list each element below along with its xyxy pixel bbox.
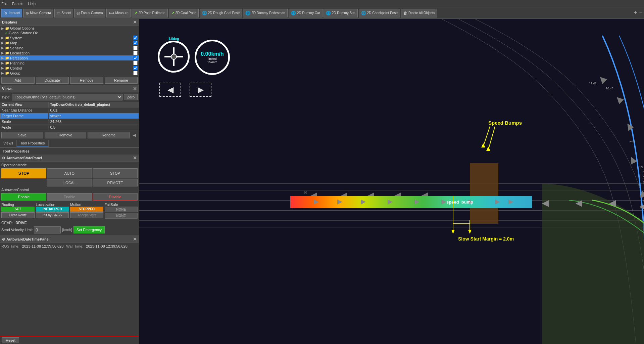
dummy-car-icon: 🌐 [291, 11, 296, 15]
svg-text:20: 20 [304, 191, 307, 194]
localization-checkbox[interactable] [133, 51, 138, 55]
autoware-state-header: ⊙ AutowareStatePanel ✕ [0, 155, 139, 162]
interact-icon: 🖱 [4, 11, 8, 15]
datetime-panel: ⊙ AutowareDateTimePanel ✕ ROS Time: 2023… [0, 236, 139, 250]
measure-button[interactable]: ⟺ Measure [106, 9, 131, 17]
velocity-row: Send Velocity Limit [km/h] Set Emergency [1, 225, 138, 234]
remote-button[interactable]: REMOTE [93, 179, 138, 186]
focus-camera-icon: ◎ [77, 11, 80, 15]
stop2-button[interactable]: STOP [93, 168, 138, 178]
control-checkbox[interactable] [133, 66, 138, 70]
svg-text:Speed Bumps: Speed Bumps [488, 120, 522, 126]
canvas-area[interactable]: speed_bump Slow Start Margin = 2.0m Spee… [139, 19, 644, 344]
toolbar-plus-icon[interactable]: + [634, 9, 637, 16]
tree-item-global-status[interactable]: ▶ ✓ Global Status: Ok [0, 31, 139, 35]
views-row-target-frame[interactable]: Target Frame viewer [0, 113, 139, 119]
velocity-input[interactable] [34, 226, 61, 233]
tree-item-map[interactable]: ▶ 📁 Map [0, 40, 139, 45]
folder-icon: 📁 [5, 46, 9, 50]
views-type-dropdown[interactable]: TopDownOrtho (rviz_default_plugins) [12, 94, 122, 100]
init-gnss-button[interactable]: Init by GNSS [36, 212, 69, 218]
routing-label: Routing [1, 203, 14, 207]
tab-tool-properties[interactable]: Tool Properties [17, 140, 48, 147]
tree-item-localization[interactable]: ▶ 📁 Localization [0, 50, 139, 55]
menu-file[interactable]: File [1, 2, 7, 6]
failsafe-none2-badge: NONE [105, 213, 138, 219]
folder-icon: 📁 [5, 36, 9, 40]
tree-arrow-icon: ▶ [1, 41, 4, 45]
local-button[interactable]: LOCAL [47, 179, 92, 186]
dummy-pedestrian-button[interactable]: 🌐 2D Dummy Pedestrian [243, 9, 288, 17]
views-save-button[interactable]: Save [1, 132, 43, 138]
tree-item-control[interactable]: ▶ 📁 Control [0, 66, 139, 71]
pose-estimate-button[interactable]: ↗ 2D Pose Estimate [132, 9, 167, 17]
system-checkbox[interactable] [133, 36, 138, 40]
autoware-panel-close-icon[interactable]: ✕ [133, 155, 137, 161]
tree-item-system[interactable]: ▶ 📁 System [0, 35, 139, 40]
autoware-control-buttons: Enable Enable Disable [1, 193, 138, 201]
planning-checkbox[interactable] [133, 61, 138, 65]
autoware-panel-icon: ⊙ [2, 156, 5, 160]
menu-help[interactable]: Help [28, 2, 36, 6]
views-button-row: Save Remove Rename ◀ [0, 130, 139, 140]
checkpoint-pose-button[interactable]: 🌐 2D Checkpoint Pose [359, 9, 400, 17]
sensing-checkbox[interactable] [133, 46, 138, 50]
displays-close-icon[interactable]: ✕ [133, 19, 137, 25]
interact-button[interactable]: 🖱 Interact [1, 9, 22, 17]
views-remove-button[interactable]: Remove [45, 132, 87, 138]
left-arrow-indicator: ◀ [159, 83, 181, 97]
dummy-car-button[interactable]: 🌐 2D Dummy Car [289, 9, 323, 17]
menu-panels[interactable]: Panels [12, 2, 23, 6]
views-collapse-icon[interactable]: ◀ [131, 132, 138, 138]
add-button[interactable]: Add [1, 77, 35, 84]
toolbar-minus-icon[interactable]: − [639, 9, 643, 16]
map-checkbox[interactable] [133, 41, 138, 45]
svg-text:11:42: 11:42 [589, 82, 597, 85]
folder-icon: 📁 [5, 66, 9, 70]
folder-icon: 📁 [5, 41, 9, 45]
speed-limited-label: limited [208, 57, 216, 60]
duplicate-button[interactable]: Duplicate [36, 77, 69, 84]
tool-properties-panel: Tool Properties [0, 148, 139, 155]
tab-views[interactable]: Views [0, 140, 17, 147]
routing-col: Routing SET Clear Route [1, 203, 35, 219]
delete-all-button[interactable]: 🗑 Delete All Objects [401, 9, 437, 17]
displays-header: Displays ✕ [0, 19, 139, 26]
focus-camera-button[interactable]: ◎ Focus Camera [74, 9, 105, 17]
views-rename-button[interactable]: Rename [88, 132, 130, 138]
tree-arrow-icon: ▶ [1, 46, 4, 50]
tree-item-global-options[interactable]: ▶ 📁 Global Options [0, 26, 139, 31]
tree-item-sensing[interactable]: ▶ 📁 Sensing [0, 45, 139, 50]
tree-item-group[interactable]: ▶ 📁 Group [0, 71, 139, 76]
toolbar: 🖱 Interact ⊕ Move Camera ▭ Select ◎ Focu… [0, 7, 644, 19]
disable-button[interactable]: Disable [93, 193, 138, 201]
datetime-panel-icon: ⊙ [2, 237, 5, 242]
auto-button[interactable]: AUTO [47, 168, 92, 178]
group-checkbox[interactable] [133, 71, 138, 75]
gear-row: GEAR: DRIVE [1, 220, 138, 225]
displays-tree: ▶ 📁 Global Options ▶ ✓ Global Status: Ok… [0, 26, 139, 76]
set-emergency-button[interactable]: Set Emergency [73, 226, 105, 233]
select-icon: ▭ [57, 11, 60, 15]
tree-item-perception[interactable]: ▶ 📁 Perception [0, 55, 139, 60]
dummy-bus-button[interactable]: 🌐 2D Dummy Bus [324, 9, 358, 17]
rename-button[interactable]: Rename [105, 77, 138, 84]
goal-pose-button[interactable]: ↗ 2D Goal Pose [169, 9, 199, 17]
accept-start-button[interactable]: Accept Start [70, 212, 103, 218]
select-button[interactable]: ▭ Select [54, 9, 73, 17]
datetime-panel-close-icon[interactable]: ✕ [133, 236, 137, 242]
tree-item-planning[interactable]: ▶ 📁 Planning [0, 60, 139, 66]
status-grid: Routing SET Clear Route Localization INI… [1, 203, 138, 219]
enable-button[interactable]: Enable [1, 193, 46, 201]
send-velocity-label: Send Velocity Limit [1, 228, 33, 232]
views-close-icon[interactable]: ✕ [133, 86, 137, 91]
clear-route-button[interactable]: Clear Route [1, 212, 35, 218]
views-header: Views ✕ [0, 85, 139, 92]
perception-checkbox[interactable] [133, 56, 138, 60]
views-zero-button[interactable]: Zero [124, 94, 138, 100]
reset-button[interactable]: Reset [2, 337, 19, 343]
rough-goal-button[interactable]: 🌐 2D Rough Goal Pose [200, 9, 242, 17]
move-camera-button[interactable]: ⊕ Move Camera [23, 9, 53, 17]
remove-button[interactable]: Remove [70, 77, 103, 84]
stop-button[interactable]: STOP [1, 168, 46, 178]
